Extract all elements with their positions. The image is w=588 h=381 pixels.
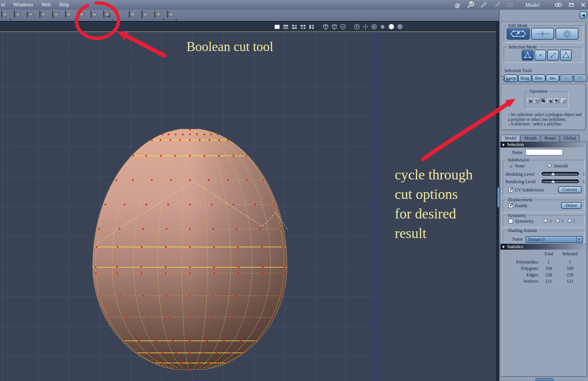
op-outline-icon[interactable] [534, 98, 539, 103]
pen-mode-icon[interactable] [480, 1, 488, 9]
displacement-enable-checkbox[interactable] [508, 203, 513, 208]
mode-section: Edit Mode Selection Mode [501, 22, 586, 77]
annotation-boolean-cut-label: Boolean cut tool [186, 39, 273, 54]
rendering-level-slider[interactable] [541, 179, 579, 183]
panel-bottom-handle[interactable] [535, 378, 553, 381]
invert-button[interactable]: Inv [546, 75, 559, 82]
render-sphere-light-icon[interactable] [388, 24, 394, 30]
op-intersect-icon[interactable] [547, 98, 553, 103]
subdivision-legend: Subdivision [506, 157, 531, 163]
layout-three-view-icon[interactable] [291, 24, 298, 30]
layout-quad-view-icon[interactable] [300, 24, 306, 30]
panel-collapse-button[interactable]: ◀ [580, 12, 587, 18]
selection-tools-label: Selection Tools [504, 68, 532, 74]
edit-mode-uv-button[interactable] [556, 28, 578, 39]
orient-rotate-icon[interactable] [362, 24, 368, 30]
statistics-header[interactable]: ▼ Statistics [501, 244, 586, 250]
edit-mode-vertex-button[interactable] [507, 28, 529, 39]
layout-single-view-icon[interactable] [274, 24, 280, 30]
deform-tool-icon[interactable] [129, 11, 138, 20]
subdivision-group: Subdivision None Smooth Modeling Level 1… [503, 160, 585, 196]
op-split-icon[interactable] [561, 98, 566, 103]
table-row: Vertices: 121 121 [504, 278, 583, 285]
render-cube-icon[interactable] [379, 24, 386, 30]
between-button[interactable]: Btw [532, 75, 545, 82]
delete-face-tool-icon[interactable] [65, 11, 74, 20]
tab-bones[interactable]: Bones [541, 135, 559, 142]
orient-cube-icon[interactable] [371, 24, 377, 30]
cut-help-text-2: - A selection : select a polyline. [508, 122, 582, 126]
brush-mode-icon[interactable] [493, 1, 501, 9]
selection-header[interactable]: ▼ Selection [501, 142, 586, 148]
select-point-button[interactable] [535, 50, 546, 60]
stack-tool-icon[interactable]: ▸ [154, 11, 164, 20]
menu-item-el[interactable]: el [1, 2, 5, 8]
stats-col-total: Total [539, 251, 558, 257]
restore-window-icon[interactable] [567, 1, 576, 9]
ring-button[interactable]: Ring [518, 75, 531, 82]
symmetry-x-radio[interactable] [544, 219, 548, 223]
modeling-wrench-icon[interactable] [466, 1, 475, 9]
film-mode-icon[interactable] [506, 1, 514, 9]
delete-button[interactable]: Delete [561, 202, 581, 209]
shading-wireframe-icon[interactable] [322, 24, 329, 30]
boolean-cut-tool-icon[interactable]: ▸ [103, 11, 113, 20]
shading-name-label: Name [512, 236, 523, 242]
selection-mode-group: Selection Mode [504, 47, 583, 63]
name-label: Name [512, 150, 523, 155]
goblet-tool-icon[interactable] [52, 11, 62, 20]
menu-item-web[interactable]: Web [41, 2, 51, 8]
displacement-group: Displacement Enable Delete [503, 200, 585, 212]
shading-smooth-icon[interactable] [340, 24, 346, 30]
layout-two-rows-icon[interactable] [283, 24, 289, 30]
select-edge-button[interactable] [547, 50, 559, 60]
symmetry-y-radio[interactable] [556, 219, 560, 223]
orient-up-icon[interactable] [353, 24, 360, 30]
bend-tool-icon[interactable] [141, 11, 151, 20]
sphere-tool-icon[interactable] [14, 11, 23, 20]
twist-tool-icon[interactable]: ▸ [167, 11, 176, 20]
op-subtract-icon[interactable] [541, 98, 546, 103]
symmetry-checkbox[interactable] [508, 219, 513, 223]
modeling-level-slider[interactable] [541, 172, 579, 176]
symmetry-z-radio[interactable] [568, 219, 572, 223]
select-face-button[interactable] [560, 50, 571, 60]
rect-select-tool-icon[interactable]: ▸ [1, 11, 11, 20]
convert-button[interactable]: Convert [558, 187, 581, 193]
cut-section: Operation - No selection: select a polyg… [501, 84, 586, 130]
layout-split-view-icon[interactable] [308, 24, 315, 30]
curve-extrude-tool-icon[interactable] [39, 11, 49, 20]
menu-item-help[interactable]: Help [59, 2, 69, 8]
op-union-icon[interactable] [554, 98, 559, 103]
hand-pan-icon[interactable] [453, 1, 462, 9]
grow-selection-button[interactable]: + [574, 75, 587, 82]
operation-group: Operation [525, 91, 569, 109]
texture-dropdown[interactable]: Texture 0 ∨ [526, 236, 583, 243]
subdivision-none-radio[interactable] [508, 164, 513, 168]
shading-flat-icon[interactable] [331, 24, 337, 30]
extrude-tool-icon[interactable] [90, 11, 100, 20]
eye-visibility-icon[interactable] [554, 1, 562, 9]
edit-mode-soft-button[interactable] [531, 28, 554, 39]
op-cut-both-icon[interactable] [527, 98, 532, 103]
viewport-3d[interactable]: Boolean cut tool cycle through cut optio… [0, 22, 496, 381]
select-vertex-button[interactable] [522, 50, 533, 60]
tab-morph[interactable]: Morph [520, 135, 540, 142]
tab-global[interactable]: Global [560, 135, 580, 142]
menubar: el Windows Web Help [0, 2, 69, 8]
inactive-cut-tool-icon[interactable] [116, 11, 125, 20]
menu-item-windows[interactable]: Windows [13, 2, 33, 8]
tab-model[interactable]: Model [501, 135, 520, 142]
close-window-icon[interactable]: ✕ [580, 1, 586, 9]
subdivision-smooth-radio[interactable] [547, 164, 552, 168]
symmetry-y-label: Y [561, 218, 564, 224]
selection-name-input[interactable] [525, 149, 563, 155]
displacement-legend: Displacement [506, 197, 534, 203]
shrink-selection-button[interactable]: - [560, 75, 573, 82]
edit-mode-group: Edit Mode [504, 26, 583, 43]
lathe-tool-icon[interactable] [27, 11, 36, 20]
sweep-tool-icon[interactable] [78, 11, 87, 20]
uv-subdivision-checkbox[interactable] [508, 188, 513, 192]
render-sphere-dark-icon[interactable] [397, 24, 403, 30]
symmetry-z-label: Z [573, 218, 576, 224]
